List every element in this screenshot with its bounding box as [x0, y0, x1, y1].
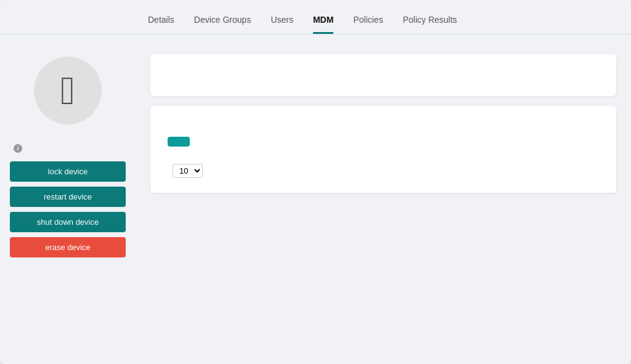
tab-policy-results[interactable]: Policy Results	[403, 15, 457, 34]
sidebar:  i lock devicerestart deviceshut down d…	[0, 42, 136, 364]
avatar: 	[34, 57, 102, 124]
security-commands: i lock devicerestart deviceshut down dev…	[10, 144, 126, 262]
security-commands-title: i	[10, 144, 126, 153]
table-footer: 10 25 50	[168, 164, 599, 178]
tabs-bar: DetailsDevice GroupsUsersMDMPoliciesPoli…	[0, 0, 631, 34]
enrollment-card	[150, 54, 616, 96]
tab-device-groups[interactable]: Device Groups	[194, 15, 251, 34]
shutdown-device-button[interactable]: shut down device	[10, 212, 126, 232]
info-icon[interactable]: i	[14, 144, 22, 153]
lock-device-button[interactable]: lock device	[10, 161, 126, 182]
restart-device-button[interactable]: restart device	[10, 187, 126, 207]
tab-policies[interactable]: Policies	[353, 15, 383, 34]
tab-details[interactable]: Details	[148, 15, 174, 34]
rows-per-page-select[interactable]: 10 25 50	[173, 164, 203, 178]
modal-container: DetailsDevice GroupsUsersMDMPoliciesPoli…	[0, 0, 631, 364]
refresh-button[interactable]	[168, 137, 190, 147]
main-content: 10 25 50	[136, 42, 631, 364]
rows-per-page: 10 25 50	[168, 164, 203, 178]
tab-mdm[interactable]: MDM	[313, 15, 333, 34]
tab-users[interactable]: Users	[271, 15, 293, 34]
erase-device-button[interactable]: erase device	[10, 237, 126, 257]
apple-icon: 	[60, 71, 75, 110]
command-results-card: 10 25 50	[150, 106, 616, 193]
